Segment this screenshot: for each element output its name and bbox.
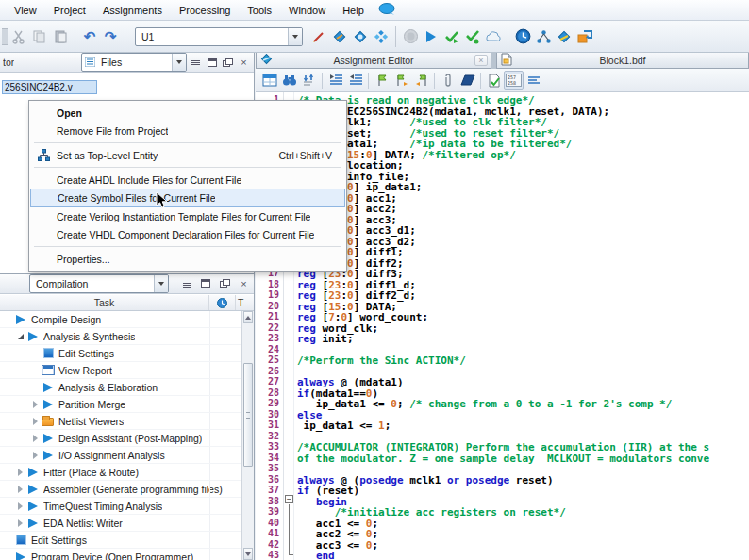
indent-decrease-icon[interactable] <box>345 71 365 90</box>
bookmark-previous-icon[interactable] <box>411 71 431 90</box>
code-line[interactable]: reg [23:0] acc3_d1; <box>297 224 749 236</box>
code-line[interactable]: input mclk1; /*used to clk filter*/ <box>297 116 749 127</box>
analyze-file-icon[interactable] <box>484 71 504 90</box>
scrollbar-thumb[interactable] <box>243 363 253 467</box>
pin-planner-diamond-icon[interactable] <box>371 26 391 47</box>
context-menu-item[interactable]: Create Symbol Files for Current File <box>30 189 345 207</box>
scroll-down-icon[interactable] <box>243 548 253 560</box>
menubar-item-tools[interactable]: Tools <box>239 2 280 19</box>
eda-diamond-icon[interactable] <box>554 26 574 47</box>
code-line[interactable]: reg [23:0] diff1_d; <box>297 279 749 290</box>
task-row[interactable]: Assembler (Generate programming files) <box>0 481 241 498</box>
code-line[interactable]: reg [23:0] acc3_d2; <box>297 236 749 247</box>
expander-closed-icon[interactable] <box>15 467 25 477</box>
code-line[interactable]: else <box>297 409 749 420</box>
flow-combo[interactable]: Compilation <box>29 274 169 293</box>
code-line[interactable]: integer info_file; <box>297 171 749 182</box>
code-line[interactable]: input mdata1; /*ip data to be filtered*/ <box>297 138 749 149</box>
menubar-item-help[interactable]: Help <box>334 2 373 19</box>
tasks-menu-icon[interactable] <box>180 278 194 292</box>
navigator-view-dropdown[interactable] <box>172 54 186 71</box>
task-row[interactable]: EDA Netlist Writer <box>0 515 241 532</box>
help-bubble-icon[interactable] <box>378 3 397 18</box>
code-line[interactable]: reg [23:0] acc3; <box>297 214 749 225</box>
expander-closed-icon[interactable] <box>30 433 41 443</box>
code-line[interactable]: end <box>297 550 749 560</box>
menubar-item-view[interactable]: View <box>6 2 45 19</box>
task-row[interactable]: Edit Settings <box>0 532 241 549</box>
code-line[interactable]: /*ACCUMULATOR (INTEGRATOR) Perform the a… <box>297 441 749 453</box>
copy-icon[interactable] <box>29 26 50 47</box>
code-line[interactable] <box>297 344 749 355</box>
context-menu-item[interactable]: Create AHDL Include Files for Current Fi… <box>30 171 345 189</box>
entity-combo[interactable]: U1 <box>135 27 303 46</box>
code-line[interactable]: reg [15:0] DATA; <box>297 301 749 312</box>
code-line[interactable]: /*Perform the Sinc ACTION*/ <box>297 354 749 366</box>
cut-scissors-icon[interactable] <box>8 26 29 47</box>
whitespace-icon[interactable] <box>524 71 543 90</box>
tasks-float-icon[interactable] <box>218 276 232 290</box>
binoculars-icon[interactable] <box>279 71 299 90</box>
code-line[interactable]: reg [23:0] ip_data1; <box>297 181 749 192</box>
code-line[interactable]: acc3 <= 0; <box>297 539 749 551</box>
block1-titlebar[interactable]: Block1.bdf <box>496 53 749 69</box>
task-row[interactable]: Edit Settings <box>0 345 241 362</box>
task-row[interactable]: Netlist Viewers <box>0 413 241 430</box>
task-row[interactable]: Design Assistant (Post-Mapping) <box>0 430 241 447</box>
assignment-diamond-icon[interactable] <box>350 26 371 47</box>
code-line[interactable]: integer location; <box>297 159 749 171</box>
pencil-icon[interactable] <box>308 26 329 47</box>
code-line[interactable]: reg [23:0] diff1; <box>297 246 749 257</box>
memory-update-icon[interactable] <box>574 26 595 47</box>
line-numbers-icon[interactable]: 257258 <box>504 71 524 90</box>
fold-marker[interactable]: − <box>285 495 293 503</box>
menubar-item-window[interactable]: Window <box>280 2 334 19</box>
netlist-hierarchy-icon[interactable] <box>533 26 554 47</box>
code-line[interactable]: always @ (posedge mclk1 or posedge reset… <box>297 474 749 486</box>
code-line[interactable] <box>297 431 749 442</box>
start-compilation-icon[interactable] <box>421 26 441 47</box>
programmer-cloud-icon[interactable] <box>483 26 504 47</box>
code-line[interactable]: if (reset) <box>297 485 749 496</box>
code-line[interactable]: of the modulator. Z = one sample delay M… <box>297 453 749 464</box>
code-line[interactable]: reg [23:0] diff2_d; <box>297 289 749 301</box>
code-line[interactable]: reg [23:0] diff2; <box>297 257 749 269</box>
menubar-item-processing[interactable]: Processing <box>171 2 239 19</box>
context-menu-item[interactable]: Create Verilog Instantiation Template Fi… <box>30 207 345 225</box>
navigator-view-combo[interactable]: Files <box>81 53 187 72</box>
code-line[interactable]: /* Data is read on negative clk edge*/ <box>297 94 749 106</box>
redo-icon[interactable]: ↷ <box>100 26 121 47</box>
code-line[interactable]: if(mdata1==0) <box>297 387 749 399</box>
navigator-close-icon[interactable]: × <box>237 56 251 70</box>
task-row[interactable]: TimeQuest Timing Analysis <box>0 498 241 515</box>
context-menu-item[interactable]: Properties... <box>30 250 345 268</box>
task-row[interactable]: I/O Assignment Analysis <box>0 447 241 464</box>
start-fitter-icon[interactable] <box>462 26 483 47</box>
bookmark-toggle-icon[interactable] <box>372 71 391 90</box>
navigator-float-icon[interactable] <box>221 56 235 70</box>
comment-block-icon[interactable] <box>458 71 477 90</box>
code-line[interactable]: module DEC256SINC24B2(mdata1, mclk1, res… <box>297 106 749 117</box>
scroll-up-icon[interactable] <box>243 311 253 323</box>
task-row[interactable]: Analysis & Synthesis <box>0 328 241 345</box>
stop-processing-icon[interactable] <box>400 26 421 47</box>
paperclip-icon[interactable] <box>438 71 458 90</box>
bookmark-next-icon[interactable] <box>391 71 411 90</box>
expander-closed-icon[interactable] <box>30 399 41 409</box>
find-in-files-icon[interactable] <box>299 71 319 90</box>
settings-diamond-icon[interactable] <box>329 26 350 47</box>
time-column-icon[interactable] <box>209 295 236 310</box>
code-line[interactable]: reg word_clk; <box>297 322 749 334</box>
task-row[interactable]: Analysis & Elaboration <box>0 379 241 396</box>
code-line[interactable] <box>297 366 749 377</box>
context-menu-item[interactable]: Remove File from Project <box>30 122 345 140</box>
code-line[interactable]: acc1 <= 0; <box>297 518 749 529</box>
paste-icon[interactable] <box>50 26 71 47</box>
expander-closed-icon[interactable] <box>15 484 25 494</box>
tasks-dock-icon[interactable] <box>199 276 213 290</box>
task-row[interactable]: Partition Merge <box>0 396 241 413</box>
code-line[interactable]: reg [23:0] acc2; <box>297 203 749 214</box>
entity-combo-dropdown[interactable] <box>288 28 302 45</box>
menubar-item-project[interactable]: Project <box>45 2 94 19</box>
assignment-editor-close-icon[interactable]: × <box>474 55 488 66</box>
